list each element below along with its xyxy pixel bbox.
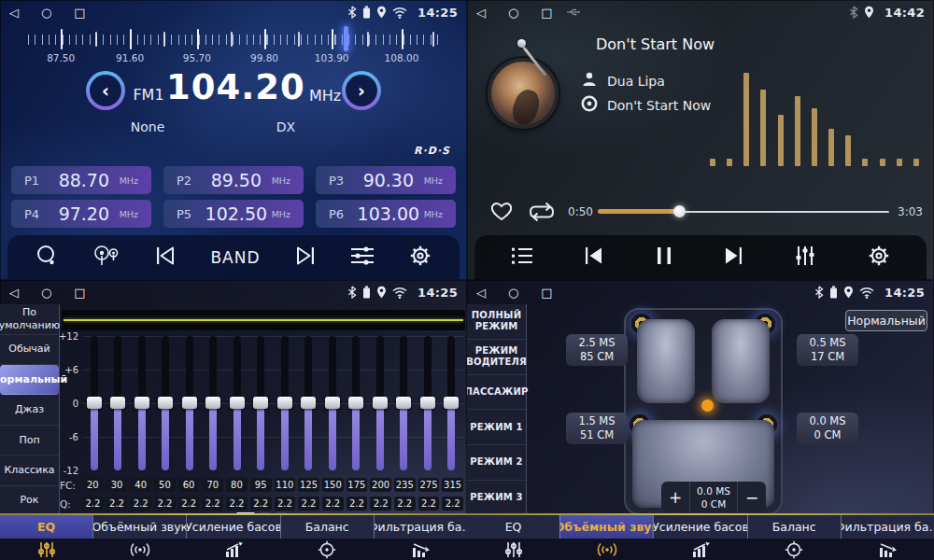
- slider-knob[interactable]: [87, 397, 102, 409]
- mode-item[interactable]: РЕЖИМ 1: [467, 410, 526, 445]
- progress-knob[interactable]: [673, 205, 686, 217]
- q-value[interactable]: 2.2: [275, 497, 296, 511]
- q-value[interactable]: 2.2: [106, 497, 128, 511]
- back-icon[interactable]: ◁: [9, 287, 19, 299]
- tuning-scale[interactable]: 87.50 91.60 95.70 99.80 103.90 108.00: [28, 24, 439, 62]
- recents-icon[interactable]: □: [541, 7, 552, 19]
- mode-item[interactable]: РЕЖИМ 2: [467, 445, 526, 481]
- tab-label[interactable]: EQ: [0, 515, 92, 539]
- eq-band-slider[interactable]: [352, 336, 360, 470]
- q-value[interactable]: 2.2: [202, 497, 223, 511]
- balance-icon[interactable]: [280, 539, 374, 560]
- radio-program-icon[interactable]: [92, 245, 120, 271]
- slider-knob[interactable]: [110, 397, 125, 409]
- fc-value[interactable]: 110: [275, 478, 296, 492]
- slider-knob[interactable]: [158, 397, 173, 409]
- fc-value[interactable]: 80: [226, 478, 248, 492]
- q-value[interactable]: 2.2: [226, 497, 248, 511]
- passenger-seat[interactable]: [712, 319, 770, 403]
- next-track-icon[interactable]: [723, 245, 743, 270]
- eq-band-slider[interactable]: [91, 336, 98, 470]
- slider-knob[interactable]: [205, 397, 220, 409]
- listening-position-dot[interactable]: [701, 399, 714, 412]
- fc-value[interactable]: 200: [370, 478, 391, 492]
- fc-value[interactable]: 40: [130, 478, 151, 492]
- tab-label[interactable]: Объёмный звук: [92, 515, 186, 539]
- eq-band-slider[interactable]: [329, 336, 336, 470]
- tune-down-button[interactable]: ‹: [86, 71, 125, 110]
- profile-badge[interactable]: Нормальный: [845, 310, 927, 331]
- eq-band-slider[interactable]: [400, 336, 407, 470]
- preset-button-p6[interactable]: P6103.00MHz: [316, 200, 456, 228]
- filter-icon[interactable]: [841, 539, 934, 560]
- q-value[interactable]: 2.2: [347, 497, 368, 511]
- back-icon[interactable]: ◁: [476, 287, 486, 299]
- fc-value[interactable]: 95: [250, 478, 272, 492]
- mode-item[interactable]: РЕЖИМ ВОДИТЕЛЯ: [467, 340, 526, 375]
- tuner-settings-icon[interactable]: [350, 245, 375, 270]
- q-value[interactable]: 2.2: [178, 497, 200, 511]
- preset-button-p4[interactable]: P497.20MHz: [11, 200, 151, 228]
- fc-value[interactable]: 175: [347, 478, 368, 492]
- back-icon[interactable]: ◁: [9, 7, 19, 19]
- q-value[interactable]: 2.2: [154, 497, 176, 511]
- tab-label[interactable]: Объёмный звук: [559, 515, 653, 539]
- slider-knob[interactable]: [420, 397, 435, 409]
- slider-knob[interactable]: [134, 397, 149, 409]
- eq-band-slider[interactable]: [162, 336, 169, 470]
- slider-knob[interactable]: [373, 397, 388, 409]
- slider-knob[interactable]: [301, 397, 316, 409]
- tab-label[interactable]: Усиление басов: [653, 515, 746, 539]
- slider-knob[interactable]: [325, 397, 340, 409]
- surround-sound-icon[interactable]: [93, 539, 187, 560]
- q-value[interactable]: 2.2: [418, 497, 440, 511]
- equalizer-icon[interactable]: [794, 245, 816, 271]
- driver-seat[interactable]: [637, 319, 695, 403]
- home-icon[interactable]: ○: [41, 7, 51, 19]
- home-icon[interactable]: ○: [41, 287, 51, 299]
- delay-rear-left-button[interactable]: 1.5 MS 51 CM: [566, 413, 628, 444]
- eq-band-slider[interactable]: [138, 336, 146, 470]
- surround-sound-icon[interactable]: [560, 539, 654, 560]
- slider-knob[interactable]: [444, 397, 459, 409]
- fc-value[interactable]: 150: [322, 478, 344, 492]
- recents-icon[interactable]: □: [541, 287, 552, 299]
- slider-knob[interactable]: [396, 397, 411, 409]
- mode-item[interactable]: ПОЛНЫЙ РЕЖИМ: [467, 304, 526, 340]
- balance-icon[interactable]: [747, 539, 841, 560]
- increase-delay-button[interactable]: +: [661, 482, 689, 512]
- tab-label[interactable]: Баланс: [747, 515, 841, 539]
- home-icon[interactable]: ○: [508, 287, 518, 299]
- q-value[interactable]: 2.2: [130, 497, 151, 511]
- eq-preset-item[interactable]: Классика: [0, 455, 59, 485]
- fc-value[interactable]: 125: [298, 478, 319, 492]
- eq-preset-item[interactable]: Нормальный: [0, 365, 59, 395]
- preset-button-p3[interactable]: P390.30MHz: [316, 166, 456, 194]
- favorite-icon[interactable]: [489, 200, 514, 226]
- slider-knob[interactable]: [348, 397, 363, 409]
- eq-band-slider[interactable]: [114, 336, 121, 470]
- eq-band-slider[interactable]: [447, 336, 455, 470]
- tab-label[interactable]: Фильтрация ба…: [374, 515, 467, 539]
- fc-value[interactable]: 30: [106, 478, 128, 492]
- eq-band-slider[interactable]: [281, 336, 289, 470]
- eq-band-slider[interactable]: [209, 336, 217, 470]
- delay-rear-right-button[interactable]: 0.0 MS 0 CM: [797, 413, 858, 444]
- fc-value[interactable]: 235: [394, 478, 416, 492]
- tab-label[interactable]: Фильтрация ба…: [841, 515, 934, 539]
- settings-gear-icon[interactable]: [409, 245, 432, 271]
- delay-front-left-button[interactable]: 2.5 MS 85 CM: [566, 334, 628, 366]
- preset-button-p2[interactable]: P289.50MHz: [163, 166, 304, 194]
- eq-preset-item[interactable]: Поп: [0, 426, 59, 455]
- slider-knob[interactable]: [277, 397, 292, 409]
- mode-item[interactable]: РЕЖИМ 3: [467, 481, 526, 515]
- bass-boost-icon[interactable]: [187, 539, 280, 560]
- settings-gear-icon[interactable]: [868, 245, 890, 271]
- eq-preset-item[interactable]: Обычай: [0, 335, 59, 365]
- next-station-icon[interactable]: [295, 245, 316, 270]
- q-value[interactable]: 2.2: [442, 497, 463, 511]
- q-value[interactable]: 2.2: [394, 497, 416, 511]
- bass-boost-icon[interactable]: [654, 539, 747, 560]
- playlist-icon[interactable]: [511, 246, 533, 269]
- tab-label[interactable]: Усиление басов: [186, 515, 279, 539]
